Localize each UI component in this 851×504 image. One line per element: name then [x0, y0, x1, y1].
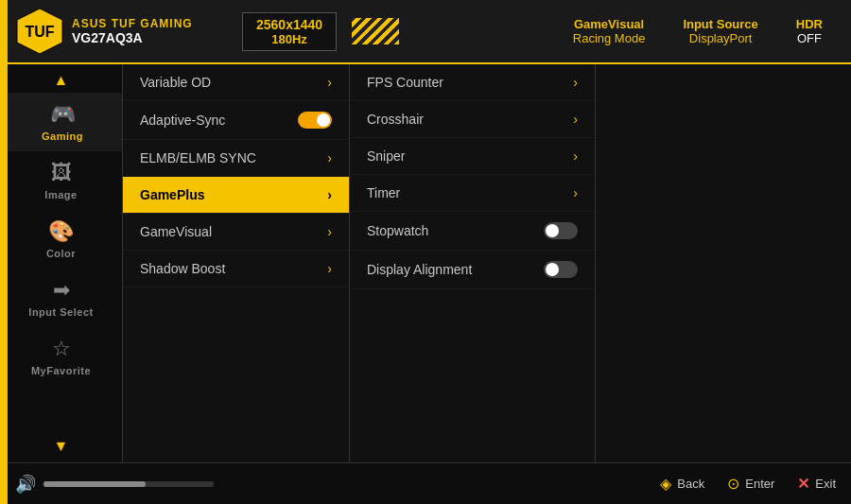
footer: 🔊 ◈ Back ⊙ Enter ✕ Exit	[0, 462, 851, 504]
shadow-boost-label: Shadow Boost	[140, 261, 225, 276]
menu-item-timer[interactable]: Timer ›	[350, 175, 595, 212]
exit-label: Exit	[815, 477, 836, 491]
menu-column-1: Variable OD › Adaptive-Sync ELMB/ELMB SY…	[123, 64, 350, 462]
adaptive-sync-toggle[interactable]	[298, 112, 332, 129]
enter-button[interactable]: ⊙ Enter	[727, 475, 774, 493]
sidebar-up-arrow[interactable]: ▲	[0, 68, 122, 93]
resolution-value: 2560x1440	[256, 17, 322, 32]
enter-icon: ⊙	[727, 475, 739, 493]
volume-icon: 🔊	[15, 474, 36, 495]
resolution-box: 2560x1440 180Hz	[242, 12, 337, 51]
stopwatch-knob	[546, 224, 559, 237]
menu-item-crosshair[interactable]: Crosshair ›	[350, 101, 595, 138]
enter-label: Enter	[745, 477, 774, 491]
menu-item-gamevisual[interactable]: GameVisual ›	[123, 214, 349, 251]
header-info: GameVisual Racing Mode Input Source Disp…	[408, 17, 842, 45]
back-icon: ◈	[660, 475, 671, 493]
color-icon: 🎨	[48, 219, 74, 244]
svg-text:TUF: TUF	[25, 24, 54, 40]
input-label: Input Source	[683, 17, 757, 31]
sidebar-item-gaming[interactable]: 🎮 Gaming	[0, 93, 122, 151]
color-label: Color	[46, 248, 76, 259]
input-value: DisplayPort	[689, 31, 752, 45]
gamevisual-label: GameVisual	[140, 224, 212, 239]
variable-od-chevron: ›	[327, 75, 332, 90]
menu-item-stopwatch[interactable]: Stopwatch	[350, 212, 595, 251]
crosshair-label: Crosshair	[367, 112, 424, 127]
image-label: Image	[44, 189, 77, 200]
tuf-logo-icon: TUF	[15, 7, 64, 56]
menu-item-shadow-boost[interactable]: Shadow Boost ›	[123, 251, 349, 287]
timer-label: Timer	[367, 185, 400, 200]
sidebar-item-image[interactable]: 🖼 Image	[0, 151, 122, 210]
decorative-stripes	[352, 18, 399, 44]
menu-item-adaptive-sync[interactable]: Adaptive-Sync	[123, 101, 349, 140]
adaptive-sync-knob	[317, 113, 330, 127]
menu-item-sniper[interactable]: Sniper ›	[350, 138, 595, 175]
display-alignment-knob	[546, 263, 559, 276]
menu-item-gameplus[interactable]: GamePlus ›	[123, 177, 349, 214]
input-source-info: Input Source DisplayPort	[683, 17, 757, 45]
menu-area: Variable OD › Adaptive-Sync ELMB/ELMB SY…	[123, 64, 851, 462]
hdr-value: OFF	[797, 31, 822, 45]
elmb-chevron: ›	[327, 150, 332, 165]
elmb-label: ELMB/ELMB SYNC	[140, 150, 256, 165]
stopwatch-label: Stopwatch	[367, 223, 428, 238]
shadow-boost-chevron: ›	[327, 261, 332, 276]
left-accent	[0, 0, 8, 504]
hdr-info: HDR OFF	[796, 17, 823, 45]
gamevisual-chevron: ›	[327, 224, 332, 239]
footer-controls: ◈ Back ⊙ Enter ✕ Exit	[660, 475, 836, 493]
myfavorite-label: MyFavorite	[31, 365, 91, 376]
gamevisual-label: GameVisual	[574, 17, 644, 31]
menu-column-2: FPS Counter › Crosshair › Sniper › Timer…	[350, 64, 596, 462]
hz-value: 180Hz	[271, 32, 307, 46]
crosshair-chevron: ›	[573, 112, 578, 127]
exit-icon: ✕	[797, 475, 809, 493]
gamevisual-info: GameVisual Racing Mode	[573, 17, 646, 45]
gameplus-chevron: ›	[327, 187, 332, 202]
myfavorite-icon: ☆	[52, 337, 71, 361]
sidebar: ▲ 🎮 Gaming 🖼 Image 🎨 Color ➡ Input Selec…	[0, 64, 123, 462]
menu-item-variable-od[interactable]: Variable OD ›	[123, 64, 349, 101]
adaptive-sync-label: Adaptive-Sync	[140, 113, 225, 128]
input-select-label: Input Select	[28, 306, 93, 318]
image-icon: 🖼	[51, 161, 72, 185]
variable-od-label: Variable OD	[140, 75, 211, 90]
menu-item-elmb[interactable]: ELMB/ELMB SYNC ›	[123, 140, 349, 177]
logo-area: TUF ASUS TUF GAMING VG27AQ3A	[15, 7, 223, 56]
sidebar-item-color[interactable]: 🎨 Color	[0, 210, 122, 269]
fps-counter-chevron: ›	[573, 75, 578, 90]
back-button[interactable]: ◈ Back	[660, 475, 704, 493]
sniper-label: Sniper	[367, 148, 405, 164]
display-alignment-label: Display Alignment	[367, 262, 472, 277]
back-label: Back	[677, 477, 704, 491]
header: TUF ASUS TUF GAMING VG27AQ3A 2560x1440 1…	[0, 0, 851, 64]
stopwatch-toggle[interactable]	[544, 222, 578, 239]
gameplus-label: GamePlus	[140, 187, 204, 202]
menu-item-fps-counter[interactable]: FPS Counter ›	[350, 64, 595, 101]
volume-control: 🔊	[15, 474, 641, 495]
timer-chevron: ›	[573, 185, 578, 200]
sniper-chevron: ›	[573, 148, 578, 164]
menu-item-display-alignment[interactable]: Display Alignment	[350, 251, 595, 289]
gamevisual-value: Racing Mode	[573, 31, 646, 45]
brand-label: ASUS TUF GAMING	[72, 17, 193, 30]
volume-bar[interactable]	[43, 481, 214, 487]
gaming-label: Gaming	[42, 130, 83, 142]
sidebar-item-myfavorite[interactable]: ☆ MyFavorite	[0, 327, 122, 386]
main-layout: ▲ 🎮 Gaming 🖼 Image 🎨 Color ➡ Input Selec…	[0, 64, 851, 462]
menu-column-3	[596, 64, 851, 462]
logo-text: ASUS TUF GAMING VG27AQ3A	[72, 17, 193, 45]
model-label: VG27AQ3A	[72, 30, 193, 45]
sidebar-down-arrow[interactable]: ▼	[0, 434, 122, 459]
sidebar-item-input-select[interactable]: ➡ Input Select	[0, 269, 122, 327]
gaming-icon: 🎮	[50, 102, 76, 127]
exit-button[interactable]: ✕ Exit	[797, 475, 836, 493]
volume-fill	[43, 481, 146, 487]
hdr-label: HDR	[796, 17, 823, 31]
fps-counter-label: FPS Counter	[367, 75, 443, 90]
display-alignment-toggle[interactable]	[544, 261, 578, 278]
input-select-icon: ➡	[53, 278, 70, 303]
